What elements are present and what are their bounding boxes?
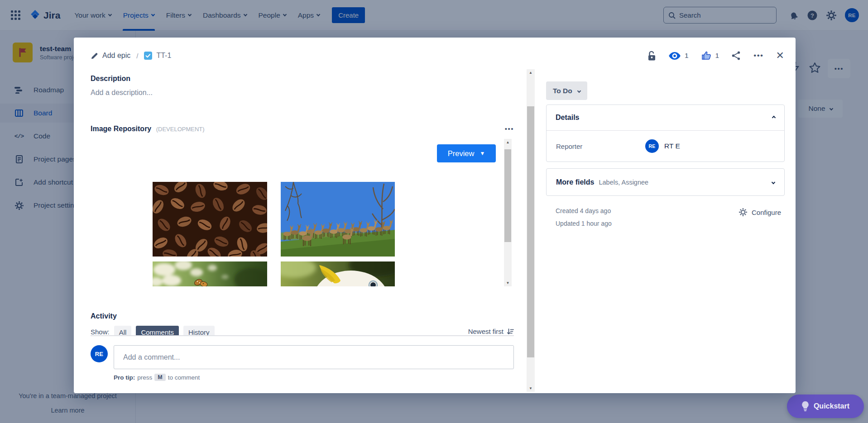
scroll-down-icon[interactable]: ▼: [527, 385, 535, 392]
scroll-up-icon[interactable]: ▲: [527, 69, 535, 76]
epic-filter-label: None: [808, 105, 825, 113]
chevron-down-icon: [317, 13, 320, 16]
epic-filter-dropdown[interactable]: None: [798, 100, 843, 118]
nav-apps[interactable]: Apps: [292, 0, 326, 31]
image-cockatoo[interactable]: [281, 261, 395, 286]
comment-input[interactable]: [114, 345, 514, 369]
tab-all[interactable]: All: [114, 326, 132, 335]
activity-filter-clip: Show: All Comments History Newest first: [91, 326, 514, 335]
details-card: Details Reporter RE RT E: [546, 105, 785, 162]
scroll-down-icon[interactable]: ▼: [504, 280, 512, 286]
svg-text:?: ?: [810, 12, 814, 19]
configure-label: Configure: [752, 209, 781, 216]
scrollbar-thumb[interactable]: [504, 149, 511, 242]
nav-your-work[interactable]: Your work: [68, 0, 117, 31]
code-icon: </>: [14, 133, 24, 140]
sort-order-label: Newest first: [468, 328, 504, 335]
panel-scrollbar[interactable]: ▲ ▼: [504, 139, 512, 286]
activity-label: Activity: [91, 312, 527, 320]
reporter-avatar: RE: [645, 139, 659, 153]
nav-people-label: People: [259, 11, 280, 19]
app-switcher-button[interactable]: [7, 10, 25, 20]
chevron-down-icon: [577, 89, 581, 92]
notifications-button[interactable]: [789, 10, 799, 20]
chevron-down-icon: [188, 13, 192, 16]
chevron-down-icon: [772, 180, 775, 184]
issue-modal: Add epic / TT-1: [74, 38, 796, 393]
show-label: Show:: [91, 326, 110, 335]
board-icon: [14, 109, 24, 117]
reporter-label: Reporter: [556, 143, 645, 150]
board-more-button[interactable]: •••: [828, 59, 850, 78]
tab-history[interactable]: History: [183, 326, 215, 335]
flag-icon: [17, 47, 29, 58]
search-box[interactable]: [663, 7, 777, 24]
search-icon: [668, 12, 676, 19]
nav-projects[interactable]: Projects: [117, 0, 160, 31]
image-white-flowers-butterfly[interactable]: [153, 261, 267, 286]
more-fields-hint: Labels, Assignee: [599, 179, 772, 186]
preview-button[interactable]: Preview ▼: [437, 144, 496, 162]
sidebar-item-label: Project pages: [34, 155, 77, 163]
status-dropdown[interactable]: To Do: [546, 81, 587, 100]
panel-more-button[interactable]: •••: [505, 125, 514, 133]
sidebar-footer: You're in a team-managed project Learn m…: [0, 392, 135, 423]
learn-more-link[interactable]: Learn more: [51, 407, 84, 414]
star-icon[interactable]: [809, 62, 821, 74]
settings-button[interactable]: [826, 10, 837, 21]
issue-side-column: To Do Details Reporter RE RT E More fiel: [546, 38, 785, 393]
panel-title: Image Repository: [91, 125, 151, 133]
issue-key-button[interactable]: TT-1: [144, 52, 171, 60]
bell-icon: [789, 10, 799, 20]
chevron-down-icon: [151, 13, 154, 16]
tab-comments[interactable]: Comments: [136, 326, 179, 335]
modal-scrollbar[interactable]: ▲ ▼: [527, 69, 535, 392]
chevron-up-icon: [772, 116, 776, 119]
nav-filters[interactable]: Filters: [160, 0, 197, 31]
nav-filters-label: Filters: [166, 11, 185, 19]
quickstart-button[interactable]: Quickstart: [787, 394, 864, 418]
add-epic-button[interactable]: Add epic: [91, 52, 130, 60]
sidebar-item-label: Board: [34, 109, 52, 117]
image-deer-herd[interactable]: [281, 182, 395, 257]
sort-order-button[interactable]: Newest first: [468, 326, 514, 335]
jira-logo[interactable]: Jira: [29, 10, 60, 21]
help-button[interactable]: ?: [807, 10, 818, 21]
chevron-down-icon: [108, 13, 111, 16]
comment-avatar: RE: [91, 345, 108, 362]
breadcrumb: Add epic / TT-1: [91, 52, 171, 60]
scrollbar-thumb[interactable]: [527, 106, 534, 357]
team-managed-note: You're in a team-managed project: [0, 392, 135, 399]
breadcrumb-parent: Add epic: [102, 52, 130, 60]
chevron-down-icon: [283, 13, 287, 16]
nav-people[interactable]: People: [253, 0, 292, 31]
reporter-value[interactable]: RE RT E: [645, 139, 680, 153]
project-avatar: [13, 43, 33, 62]
pencil-icon: [91, 52, 98, 60]
search-input[interactable]: [679, 11, 761, 19]
protip-suffix: to comment: [168, 374, 200, 381]
details-header[interactable]: Details: [547, 105, 784, 131]
more-fields-card[interactable]: More fields Labels, Assignee: [546, 168, 785, 196]
protip-press: press: [137, 374, 152, 381]
sidebar-item-label: Code: [34, 132, 50, 140]
scroll-up-icon[interactable]: ▲: [504, 139, 512, 146]
jira-logo-text: Jira: [43, 10, 60, 21]
jira-logo-icon: [29, 10, 41, 21]
chevron-down-icon: [829, 107, 833, 110]
nav-dashboards[interactable]: Dashboards: [197, 0, 253, 31]
create-button[interactable]: Create: [332, 7, 365, 23]
image-repository-panel: Preview ▼: [91, 133, 514, 287]
reporter-name: RT E: [664, 142, 680, 150]
lightbulb-icon: [801, 401, 809, 411]
description-placeholder[interactable]: Add a description...: [91, 89, 527, 97]
panel-header: Image Repository (DEVELOPMENT) •••: [91, 125, 514, 133]
task-type-icon: [144, 52, 152, 60]
image-coffee-beans[interactable]: [153, 182, 267, 257]
roadmap-icon: [14, 86, 24, 94]
gear-icon: [826, 10, 837, 21]
configure-button[interactable]: Configure: [739, 208, 781, 217]
issue-key: TT-1: [156, 52, 171, 60]
profile-button[interactable]: RE: [845, 8, 859, 22]
nav-your-work-label: Your work: [74, 11, 105, 19]
